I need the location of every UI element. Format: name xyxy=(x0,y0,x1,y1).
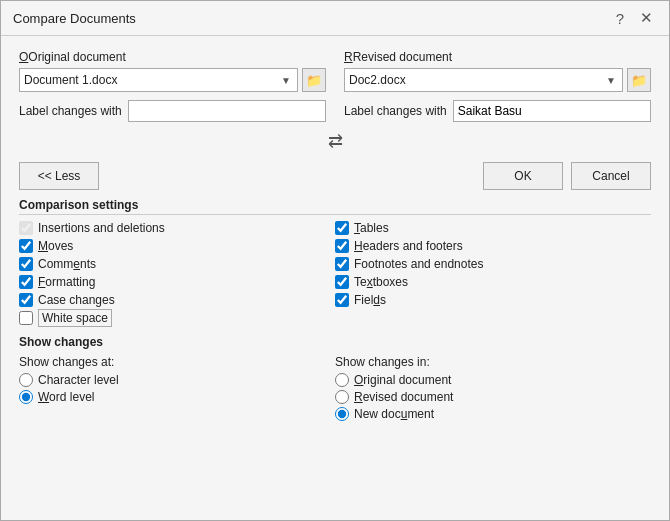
check-headers: Headers and footers xyxy=(335,239,651,253)
check-whitespace: White space xyxy=(19,311,335,325)
right-check-col: Tables Headers and footers Footnotes and… xyxy=(335,221,651,325)
show-changes-header: Show changes xyxy=(19,335,651,349)
show-at-col: Show changes at: Character level Word le… xyxy=(19,355,335,424)
show-changes-row: Show changes at: Character level Word le… xyxy=(19,355,651,424)
original-doc-combo-row: Document 1.docx ▼ 📁 xyxy=(19,68,326,92)
show-in-col: Show changes in: Original document Revis… xyxy=(335,355,651,424)
swap-icon: ⇄ xyxy=(328,130,343,152)
checkbox-moves[interactable] xyxy=(19,239,33,253)
show-in-label: Show changes in: xyxy=(335,355,651,369)
check-insertions: Insertions and deletions xyxy=(19,221,335,235)
original-doc-folder-button[interactable]: 📁 xyxy=(302,68,326,92)
checkbox-comments[interactable] xyxy=(19,257,33,271)
original-doc-label: OOriginal document xyxy=(19,50,326,64)
radio-orig-input[interactable] xyxy=(335,373,349,387)
original-doc-combo[interactable]: Document 1.docx ▼ xyxy=(19,68,298,92)
original-doc-section: OOriginal document Document 1.docx ▼ 📁 L… xyxy=(19,50,326,122)
checkbox-fields[interactable] xyxy=(335,293,349,307)
revised-doc-combo[interactable]: Doc2.docx ▼ xyxy=(344,68,623,92)
checkbox-headers[interactable] xyxy=(335,239,349,253)
comparison-settings-section: Comparison settings Insertions and delet… xyxy=(19,198,651,325)
checkbox-formatting-label: Formatting xyxy=(38,275,95,289)
title-bar-controls: ? ✕ xyxy=(612,9,657,27)
radio-revised: Revised document xyxy=(335,390,651,404)
left-check-col: Insertions and deletions Moves Comments … xyxy=(19,221,335,325)
radio-char-label: Character level xyxy=(38,373,119,387)
cancel-button[interactable]: Cancel xyxy=(571,162,651,190)
check-moves: Moves xyxy=(19,239,335,253)
revised-label-changes-row: Label changes with xyxy=(344,100,651,122)
documents-row: OOriginal document Document 1.docx ▼ 📁 L… xyxy=(19,50,651,122)
check-case: Case changes xyxy=(19,293,335,307)
radio-new: New document xyxy=(335,407,651,421)
revised-doc-arrow-icon: ▼ xyxy=(604,75,618,86)
title-bar: Compare Documents ? ✕ xyxy=(1,1,669,36)
close-button[interactable]: ✕ xyxy=(636,9,657,27)
radio-new-label: New document xyxy=(354,407,434,421)
checkbox-fields-label: Fields xyxy=(354,293,386,307)
checkbox-footnotes-label: Footnotes and endnotes xyxy=(354,257,483,271)
radio-orig: Original document xyxy=(335,373,651,387)
ok-button[interactable]: OK xyxy=(483,162,563,190)
revised-doc-combo-row: Doc2.docx ▼ 📁 xyxy=(344,68,651,92)
revised-label-changes-input[interactable] xyxy=(453,100,651,122)
original-label-changes-row: Label changes with xyxy=(19,100,326,122)
dialog-title: Compare Documents xyxy=(13,11,136,26)
checkbox-formatting[interactable] xyxy=(19,275,33,289)
radio-revised-input[interactable] xyxy=(335,390,349,404)
radio-char-input[interactable] xyxy=(19,373,33,387)
checkbox-case[interactable] xyxy=(19,293,33,307)
checkbox-whitespace-label: White space xyxy=(38,311,112,325)
checkbox-tables-label: Tables xyxy=(354,221,389,235)
radio-word-label: Word level xyxy=(38,390,94,404)
check-footnotes: Footnotes and endnotes xyxy=(335,257,651,271)
radio-revised-label: Revised document xyxy=(354,390,453,404)
revised-doc-value: Doc2.docx xyxy=(349,73,406,87)
radio-new-input[interactable] xyxy=(335,407,349,421)
checkbox-textboxes-label: Textboxes xyxy=(354,275,408,289)
btn-group-right: OK Cancel xyxy=(483,162,651,190)
revised-doc-label: RRevised document xyxy=(344,50,651,64)
check-tables: Tables xyxy=(335,221,651,235)
comparison-settings-header: Comparison settings xyxy=(19,198,651,215)
dialog-body: OOriginal document Document 1.docx ▼ 📁 L… xyxy=(1,36,669,520)
radio-orig-label: Original document xyxy=(354,373,451,387)
check-fields: Fields xyxy=(335,293,651,307)
original-label-changes-text: Label changes with xyxy=(19,104,122,118)
revised-doc-section: RRevised document Doc2.docx ▼ 📁 Label ch… xyxy=(344,50,651,122)
checkbox-tables[interactable] xyxy=(335,221,349,235)
show-changes-section: Show changes Show changes at: Character … xyxy=(19,335,651,424)
original-label-changes-input[interactable] xyxy=(128,100,326,122)
radio-word: Word level xyxy=(19,390,335,404)
checkbox-insertions[interactable] xyxy=(19,221,33,235)
checkbox-headers-label: Headers and footers xyxy=(354,239,463,253)
checkboxes-row: Insertions and deletions Moves Comments … xyxy=(19,221,651,325)
check-comments: Comments xyxy=(19,257,335,271)
checkbox-textboxes[interactable] xyxy=(335,275,349,289)
less-button[interactable]: << Less xyxy=(19,162,99,190)
button-row: << Less OK Cancel xyxy=(19,162,651,190)
radio-char: Character level xyxy=(19,373,335,387)
checkbox-moves-label: Moves xyxy=(38,239,73,253)
checkbox-case-label: Case changes xyxy=(38,293,115,307)
revised-doc-folder-button[interactable]: 📁 xyxy=(627,68,651,92)
checkbox-comments-label: Comments xyxy=(38,257,96,271)
help-button[interactable]: ? xyxy=(612,10,628,27)
revised-label-changes-text: Label changes with xyxy=(344,104,447,118)
original-doc-arrow-icon: ▼ xyxy=(279,75,293,86)
check-textboxes: Textboxes xyxy=(335,275,651,289)
check-formatting: Formatting xyxy=(19,275,335,289)
original-doc-value: Document 1.docx xyxy=(24,73,117,87)
swap-row: ⇄ xyxy=(19,130,651,152)
show-at-label: Show changes at: xyxy=(19,355,335,369)
compare-documents-dialog: Compare Documents ? ✕ OOriginal document… xyxy=(0,0,670,521)
checkbox-insertions-label: Insertions and deletions xyxy=(38,221,165,235)
checkbox-whitespace[interactable] xyxy=(19,311,33,325)
checkbox-footnotes[interactable] xyxy=(335,257,349,271)
radio-word-input[interactable] xyxy=(19,390,33,404)
